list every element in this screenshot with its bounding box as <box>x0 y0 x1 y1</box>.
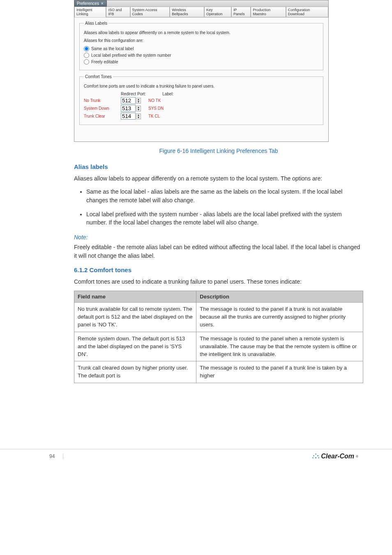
th-desc: Description <box>196 291 363 303</box>
cell-desc: The message is routed to the panel if a … <box>196 361 363 383</box>
radio-prefixed[interactable]: Local label prefixed with the system num… <box>84 53 319 58</box>
logo-icon <box>312 453 319 460</box>
note-para: Freely editable - the remote alias label… <box>74 243 363 260</box>
cell-field: Trunk call cleared down by higher priori… <box>74 361 196 383</box>
comfort-header-port: Redirect Port: <box>121 92 146 96</box>
brand-logo: Clear-Com® <box>312 453 363 460</box>
comfort-table: Field name Description No trunk availabl… <box>74 291 363 383</box>
figure-caption: Figure 6-16 Intelligent Linking Preferen… <box>74 148 363 154</box>
comfort-tones-group: Comfort Tones Comfort tone ports are use… <box>79 74 323 125</box>
alias-para: Aliases allow labels to appear different… <box>74 174 363 183</box>
ct-sysdown-port[interactable] <box>121 105 136 112</box>
alias-legend: Alias Labels <box>84 21 108 25</box>
alias-desc2: Aliases for this configuration are: <box>84 38 319 43</box>
ct-notrunk-name: No Trunk <box>84 98 121 103</box>
radio-freely-label: Freely editable <box>91 60 118 64</box>
ct-trunkclear-name: Trunk Clear <box>84 114 121 118</box>
ct-row-sysdown: System Down ▴▾ SYS DN <box>84 105 319 112</box>
spinner-icon[interactable]: ▴▾ <box>136 113 141 119</box>
alias-labels-group: Alias Labels Aliases allow labels to app… <box>79 21 323 70</box>
ct-sysdown-name: System Down <box>84 106 121 111</box>
brand-name: Clear-Com <box>321 453 354 460</box>
th-field: Field name <box>74 291 196 303</box>
page-footer: 94 Clear-Com® <box>0 449 392 460</box>
registered-icon: ® <box>356 455 358 458</box>
ct-trunkclear-port[interactable] <box>121 113 136 120</box>
page-number: 94 <box>0 453 63 459</box>
alias-bullets: Same as the local label - alias labels a… <box>86 187 363 227</box>
comfort-desc: Comfort tone ports are used to indicate … <box>84 84 319 88</box>
tab-config-download[interactable]: Configuration Download <box>286 7 328 17</box>
ct-row-trunkclear: Trunk Clear ▴▾ TK CL <box>84 113 319 120</box>
comfort-header-label: Label: <box>162 92 173 96</box>
radio-freely-input[interactable] <box>84 59 89 65</box>
bullet-1: Same as the local label - alias labels a… <box>86 187 363 204</box>
window-titlebar: Preferences × <box>74 0 328 7</box>
bullet-2: Local label prefixed with the system num… <box>86 210 363 227</box>
ct-trunkclear-label: TK CL <box>148 114 173 118</box>
close-icon[interactable]: × <box>100 1 104 6</box>
tab-row: Intelligent Linking ISO and IFB System A… <box>74 7 328 18</box>
tab-iso-ifb[interactable]: ISO and IFB <box>106 7 130 17</box>
radio-freely[interactable]: Freely editable <box>84 59 319 65</box>
comfort-heading: 6.1.2 Comfort tones <box>74 266 363 273</box>
spinner-icon[interactable]: ▴▾ <box>136 106 141 111</box>
tab-production-maestro[interactable]: Production Maestro <box>251 7 286 17</box>
cell-desc: The message is routed to the panel if a … <box>196 303 363 332</box>
radio-prefixed-input[interactable] <box>84 53 89 58</box>
table-row: Remote system down. The default port is … <box>74 332 363 361</box>
tab-wireless-beltpacks[interactable]: Wireless Beltpacks <box>170 7 204 17</box>
cell-desc: The message is routed to the panel when … <box>196 332 363 361</box>
tab-key-operation[interactable]: Key Operation <box>204 7 231 17</box>
window-title: Preferences × <box>74 0 107 7</box>
table-row: Trunk call cleared down by higher priori… <box>74 361 363 383</box>
tab-intelligent-linking[interactable]: Intelligent Linking <box>74 7 106 17</box>
preferences-screenshot: Preferences × Intelligent Linking ISO an… <box>74 0 329 142</box>
table-row: No trunk available for call to remote sy… <box>74 303 363 332</box>
note-header: Note: <box>74 234 363 240</box>
ct-row-notrunk: No Trunk ▴▾ NO TK <box>84 97 319 104</box>
ct-notrunk-port[interactable] <box>121 97 136 104</box>
radio-same-label: Same as the local label <box>91 46 134 51</box>
alias-desc1: Aliases allow labels to appear different… <box>84 30 319 35</box>
comfort-para: Comfort tones are used to indicate a tru… <box>74 278 363 286</box>
spinner-icon[interactable]: ▴▾ <box>136 98 141 104</box>
radio-prefixed-label: Local label prefixed with the system num… <box>91 53 171 58</box>
cell-field: Remote system down. The default port is … <box>74 332 196 361</box>
comfort-header: Redirect Port: Label: <box>84 92 319 96</box>
radio-same-input[interactable] <box>84 46 89 51</box>
tab-ip-panels[interactable]: IP Panels <box>231 7 251 17</box>
window-title-text: Preferences <box>77 1 99 6</box>
tab-system-access[interactable]: System Access Codes <box>130 7 170 17</box>
radio-same[interactable]: Same as the local label <box>84 46 319 51</box>
ct-sysdown-label: SYS DN <box>148 106 173 111</box>
ct-notrunk-label: NO TK <box>148 98 173 103</box>
cell-field: No trunk available for call to remote sy… <box>74 303 196 332</box>
comfort-legend: Comfort Tones <box>84 74 113 79</box>
alias-heading: Alias labels <box>74 163 363 170</box>
